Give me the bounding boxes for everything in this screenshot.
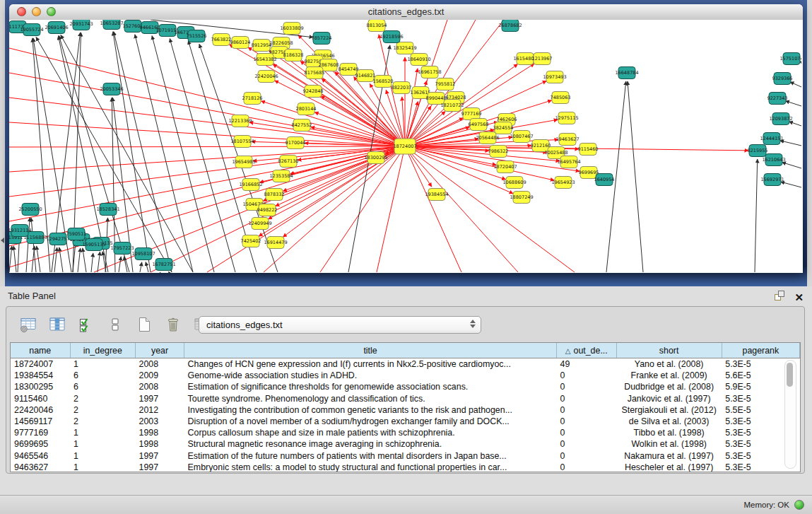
graph-node[interactable]: 8813054	[367, 20, 387, 32]
show-columns-button[interactable]	[48, 316, 66, 334]
graph-node[interactable]: 9115460	[578, 144, 599, 156]
clear-row-selection-button[interactable]	[106, 316, 124, 334]
graph-node[interactable]: 9329366	[772, 73, 793, 85]
graph-node[interactable]: 25200550	[18, 204, 42, 216]
graph-node[interactable]: 1213967	[532, 53, 553, 65]
graph-node[interactable]: 10688609	[502, 177, 526, 189]
close-panel-icon[interactable]: ✕	[794, 292, 804, 303]
column-header-short[interactable]: short	[616, 343, 722, 358]
table-row[interactable]: 1938455462009Genome-wide association stu…	[11, 370, 800, 381]
column-header-title[interactable]: title	[184, 343, 557, 358]
graph-node[interactable]: 12975115	[555, 112, 578, 124]
graph-node[interactable]: 8215955	[748, 145, 768, 157]
graph-node[interactable]: 20564486	[476, 132, 499, 144]
column-header-name[interactable]: name	[11, 343, 70, 358]
graph-node[interactable]: 26878682	[498, 20, 522, 32]
scrollbar-thumb[interactable]	[787, 363, 793, 387]
graph-node[interactable]: 9777169	[461, 108, 482, 120]
graph-node[interactable]: 19654923	[551, 177, 575, 189]
table-row[interactable]: 1830029562008Estimation of significance …	[11, 381, 800, 392]
graph-node[interactable]: 12093872	[769, 113, 792, 125]
float-panel-icon[interactable]	[774, 290, 785, 304]
graph-node[interactable]: 16961758	[418, 66, 441, 78]
table-row[interactable]: 969969511998Structural magnetic resonanc…	[11, 438, 800, 450]
graph-node[interactable]: 12409949	[248, 218, 271, 230]
graph-node[interactable]: 19312114	[9, 225, 32, 237]
network-canvas[interactable]: 1872400718300295766382298601248912954182…	[9, 20, 803, 273]
graph-node[interactable]: 10973493	[543, 71, 566, 83]
graph-node[interactable]: 7590511	[66, 228, 87, 240]
graph-node[interactable]: 9498222	[257, 204, 278, 216]
table-vertical-scrollbar[interactable]	[784, 360, 796, 469]
graph-node[interactable]: 15905135	[82, 239, 105, 251]
graph-node[interactable]: 15751074	[779, 53, 801, 65]
graph-node[interactable]: 2718126	[242, 93, 263, 105]
table-row[interactable]: 911546021997Tourette syndrome. Phenomeno…	[11, 393, 800, 404]
table-row[interactable]: 2242004622012Investigating the contribut…	[11, 404, 800, 416]
graph-node[interactable]: 7986322	[488, 146, 509, 158]
graph-node[interactable]: 9170044	[286, 137, 306, 149]
graph-node[interactable]: 20691406	[45, 22, 68, 34]
graph-node[interactable]: 19654985	[232, 156, 255, 168]
graph-node[interactable]: 8267130	[278, 156, 299, 168]
graph-node[interactable]: 19055724	[20, 24, 43, 36]
table-selector-dropdown[interactable]: citations_edges.txt	[199, 316, 481, 334]
graph-node[interactable]: 19218596	[379, 31, 403, 43]
graph-node[interactable]: 16543382	[253, 54, 276, 66]
graph-node[interactable]: 3824554	[493, 122, 514, 134]
column-header-year[interactable]: year	[136, 343, 184, 358]
graph-node[interactable]: 1640954	[594, 174, 615, 186]
table-row[interactable]: 946554611997Estimation of the future num…	[11, 450, 800, 462]
graph-node[interactable]: 7955812	[435, 78, 456, 90]
table-row[interactable]: 1872400712008Changes of HCN gene express…	[11, 358, 800, 370]
graph-node[interactable]: 8878332	[264, 189, 285, 201]
graph-node[interactable]: 22420046	[254, 71, 278, 83]
graph-node[interactable]: 1568520	[373, 76, 394, 88]
memory-status-indicator[interactable]	[794, 500, 804, 510]
new-table-button[interactable]	[135, 316, 153, 334]
graph-node[interactable]: 18720407	[493, 161, 517, 173]
graph-node[interactable]: 16210643	[762, 154, 785, 166]
graph-node[interactable]: 18300295	[364, 152, 387, 164]
graph-node[interactable]: 10653287	[100, 20, 123, 30]
graph-node[interactable]: 15692971	[760, 174, 784, 186]
graph-node[interactable]: 18528341	[96, 204, 119, 216]
graph-node[interactable]: 19384554	[425, 189, 448, 201]
graph-node[interactable]: 12353584	[269, 170, 293, 182]
column-header-in_degree[interactable]: in_degree	[70, 343, 136, 358]
network-window-titlebar[interactable]: citations_edges.txt	[9, 4, 803, 21]
table-row[interactable]: 1456911722003Disruption of a novel membe…	[11, 416, 800, 427]
graph-node[interactable]: 8186328	[283, 49, 304, 62]
graph-node[interactable]: 9242848	[303, 86, 324, 98]
graph-node[interactable]: 19463627	[555, 134, 579, 146]
select-rows-button[interactable]	[77, 316, 95, 334]
graph-node[interactable]: 12213369	[228, 115, 252, 127]
graph-node[interactable]: 7857224	[312, 33, 332, 45]
graph-node[interactable]: 20053346	[100, 83, 123, 95]
table-row[interactable]: 946362711997Embryonic stem cells: a mode…	[11, 462, 800, 472]
graph-node[interactable]: 7485063	[551, 92, 571, 104]
graph-node[interactable]: 8175685	[305, 67, 325, 79]
graph-node[interactable]: 18807249	[510, 192, 533, 204]
graph-node[interactable]: 17957223	[110, 243, 134, 255]
graph-node[interactable]: 16782751	[152, 259, 175, 271]
panel-collapse-arrow[interactable]	[1, 238, 4, 243]
graph-node[interactable]: 18107554	[230, 136, 254, 148]
graph-node[interactable]: 7515526	[187, 30, 207, 42]
graph-node[interactable]: 8822037	[392, 82, 412, 94]
graph-node[interactable]: 10807467	[510, 131, 533, 143]
graph-node[interactable]: 6497568	[469, 119, 489, 131]
graph-node[interactable]: 18724007	[393, 139, 416, 154]
graph-node[interactable]: 16914479	[264, 237, 287, 249]
graph-node[interactable]: 16495764	[557, 156, 580, 168]
graph-node[interactable]: 18325419	[393, 42, 416, 54]
column-header-pagerank[interactable]: pagerank	[722, 343, 799, 358]
graph-node[interactable]: 20931743	[69, 20, 93, 30]
graph-node[interactable]: 10958107	[131, 248, 155, 260]
graph-node[interactable]: 2803144	[296, 103, 317, 115]
graph-node[interactable]: 9860124	[230, 37, 251, 49]
graph-node[interactable]: 18640910	[407, 54, 430, 66]
table-options-button[interactable]	[19, 316, 37, 334]
delete-table-button[interactable]	[164, 316, 182, 334]
graph-node[interactable]: 19166852	[239, 179, 262, 191]
